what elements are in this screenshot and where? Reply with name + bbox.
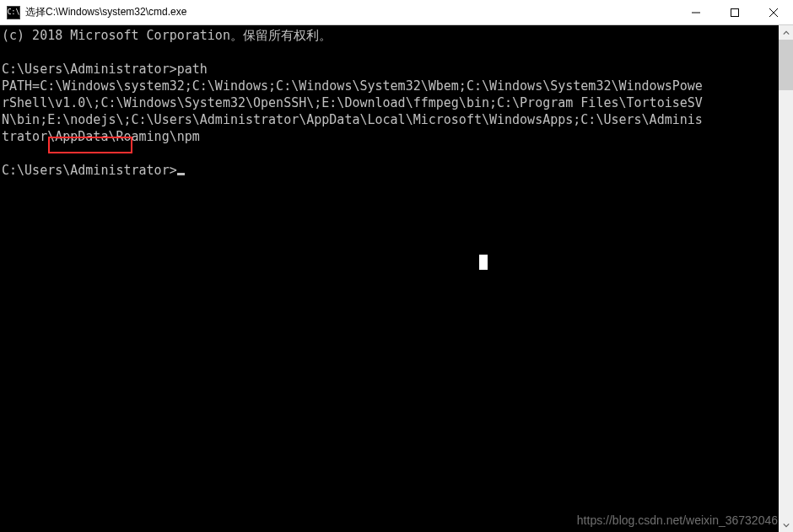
selection-cursor-icon xyxy=(479,255,488,270)
svg-rect-1 xyxy=(731,8,739,16)
cmd-icon: C:\ xyxy=(7,6,20,19)
watermark-text: https://blog.csdn.net/weixin_36732046 xyxy=(577,513,778,527)
minimize-button[interactable] xyxy=(677,0,715,24)
maximize-button[interactable] xyxy=(715,0,754,24)
terminal-line: C:\Users\Administrator>path xyxy=(2,62,208,77)
titlebar[interactable]: C:\ 选择C:\Windows\system32\cmd.exe xyxy=(0,0,793,25)
scroll-down-arrow-icon[interactable] xyxy=(779,518,793,532)
terminal-area[interactable]: (c) 2018 Microsoft Corporation。保留所有权利。 C… xyxy=(0,25,793,532)
vertical-scrollbar[interactable] xyxy=(779,25,793,532)
window-title: 选择C:\Windows\system32\cmd.exe xyxy=(25,5,677,19)
terminal-line: (c) 2018 Microsoft Corporation。保留所有权利。 xyxy=(2,28,332,43)
window-controls xyxy=(677,0,793,24)
terminal-line: PATH=C:\Windows\system32;C:\Windows;C:\W… xyxy=(2,78,703,94)
terminal-line: N\bin;E:\nodejs\;C:\Users\Administrator\… xyxy=(2,112,703,127)
scroll-up-arrow-icon[interactable] xyxy=(779,25,793,40)
terminal-line: trator\AppData\Roaming\npm xyxy=(2,129,200,144)
terminal-line: rShell\v1.0\;C:\Windows\System32\OpenSSH… xyxy=(2,95,703,110)
scrollbar-thumb[interactable] xyxy=(779,40,793,90)
terminal-content[interactable]: (c) 2018 Microsoft Corporation。保留所有权利。 C… xyxy=(0,25,779,179)
text-cursor-icon xyxy=(177,173,185,175)
close-button[interactable] xyxy=(754,0,793,24)
terminal-prompt: C:\Users\Administrator> xyxy=(2,163,177,178)
